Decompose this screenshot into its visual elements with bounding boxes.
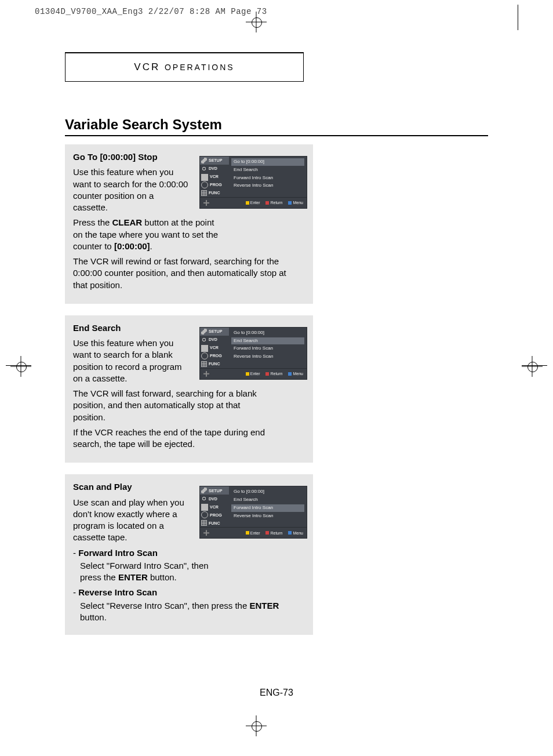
square-icon <box>265 372 269 376</box>
osd-side-dvd: DVD <box>200 336 229 344</box>
osd-main: Go to [0:00:00] End Search Forward Intro… <box>229 157 307 197</box>
square-icon <box>246 372 249 376</box>
osd-row: Go to [0:00:00] <box>231 158 304 166</box>
bullet-reverse: - Reverse Intro Scan <box>73 587 305 598</box>
osd-screenshot: SETUP DVD VCR PROG FUNC Go to [0:00:00] … <box>199 486 307 539</box>
counter-value: [0:00:00] <box>114 241 150 251</box>
osd-row: End Search <box>231 496 304 504</box>
dpad-icon <box>203 371 209 377</box>
osd-return: Return <box>265 530 282 536</box>
osd-side-setup: SETUP <box>200 157 229 165</box>
label: SETUP <box>209 329 222 334</box>
label: PROG <box>210 182 222 187</box>
osd-main: Go to [0:00:00] End Search Forward Intro… <box>229 328 307 368</box>
text: button. <box>80 612 107 622</box>
osd-sidebar: SETUP DVD VCR PROG FUNC <box>200 486 229 527</box>
osd-screenshot: SETUP DVD VCR PROG FUNC Go to [0:00:00] … <box>199 156 307 209</box>
paragraph: Use scan and play when you don't know ex… <box>73 497 189 544</box>
text: Press the <box>73 217 112 227</box>
osd-return: Return <box>265 371 282 376</box>
registration-mark-icon <box>249 15 263 29</box>
osd-side-func: FUNC <box>200 519 229 527</box>
osd-side-vcr: VCR <box>200 173 229 181</box>
osd-side-setup: SETUP <box>200 328 229 336</box>
paragraph: Use this feature when you want to search… <box>73 166 189 213</box>
section-goto-stop: Go To [0:00:00] Stop Use this feature wh… <box>65 144 313 304</box>
print-header: 01304D_V9700_XAA_Eng3 2/22/07 8:28 AM Pa… <box>35 7 267 16</box>
paragraph: If the VCR reaches the end of the tape d… <box>73 427 293 450</box>
text: button. <box>148 572 177 582</box>
label: Return <box>270 371 282 376</box>
osd-enter: Enter <box>246 530 260 536</box>
osd-row: End Search <box>231 166 304 174</box>
label: Return <box>270 200 282 205</box>
label: PROG <box>210 513 222 518</box>
label: Enter <box>250 371 260 376</box>
registration-mark-icon <box>14 359 28 373</box>
square-icon <box>265 201 269 205</box>
title-underline <box>65 135 488 136</box>
osd-row: Forward Intro Scan <box>231 175 304 182</box>
osd-sidebar: SETUP DVD VCR PROG FUNC <box>200 157 229 197</box>
enter-button-label: ENTER <box>118 572 148 582</box>
osd-side-prog: PROG <box>200 511 229 519</box>
osd-side-func: FUNC <box>200 360 229 368</box>
page-number: ENG-73 <box>0 688 553 698</box>
osd-footer: Enter Return Menu <box>200 197 307 208</box>
disc-icon <box>201 337 207 343</box>
label: VCR <box>210 345 219 350</box>
clock-icon <box>201 181 208 188</box>
square-icon <box>246 201 249 205</box>
paragraph: Press the CLEAR button at the point on t… <box>73 217 224 252</box>
label: Menu <box>293 371 303 376</box>
registration-mark-icon <box>249 719 263 733</box>
registration-mark-icon <box>525 359 539 373</box>
osd-row: Reverse Intro Scan <box>231 513 304 520</box>
dpad-icon <box>203 530 209 536</box>
osd-row: Reverse Intro Scan <box>231 182 304 190</box>
grid-icon <box>201 520 207 526</box>
osd-footer: Enter Return Menu <box>200 527 307 538</box>
osd-row: Forward Intro Scan <box>231 345 304 352</box>
dpad-icon <box>203 200 209 206</box>
osd-row: Forward Intro Scan <box>231 504 304 512</box>
label: SETUP <box>209 488 222 493</box>
osd-side-func: FUNC <box>200 189 229 197</box>
label: SETUP <box>209 158 222 163</box>
paragraph: Use this feature when you want to search… <box>73 337 189 384</box>
osd-side-dvd: DVD <box>200 495 229 503</box>
osd-enter: Enter <box>246 200 260 205</box>
label: Menu <box>293 530 303 536</box>
label: VCR <box>210 504 219 510</box>
osd-side-dvd: DVD <box>200 165 229 173</box>
label: FUNC <box>209 521 220 526</box>
label: FUNC <box>209 190 220 195</box>
clear-button-label: CLEAR <box>112 217 143 227</box>
bullet-label: Reverse Intro Scan <box>78 587 157 597</box>
osd-return: Return <box>265 200 282 205</box>
osd-row: Go to [0:00:00] <box>231 329 304 337</box>
osd-side-prog: PROG <box>200 352 229 360</box>
osd-main: Go to [0:00:00] End Search Forward Intro… <box>229 486 307 527</box>
osd-menu: Menu <box>288 371 303 376</box>
osd-footer: Enter Return Menu <box>200 368 307 379</box>
tape-icon <box>201 174 208 181</box>
osd-row: Reverse Intro Scan <box>231 353 304 361</box>
disc-icon <box>201 496 207 501</box>
osd-enter: Enter <box>246 371 260 376</box>
square-icon <box>288 531 292 535</box>
label: Return <box>270 530 282 536</box>
paragraph: The VCR will fast forward, searching for… <box>73 388 259 423</box>
text: Select "Reverse Intro Scan", then press … <box>80 601 249 610</box>
enter-button-label: ENTER <box>249 601 279 610</box>
tape-icon <box>201 345 208 352</box>
chapter-rest: OPERATIONS <box>165 63 235 72</box>
bullet-text: Select "Reverse Intro Scan", then press … <box>80 600 305 624</box>
label: DVD <box>209 166 217 171</box>
osd-side-prog: PROG <box>200 181 229 189</box>
clock-icon <box>201 352 208 359</box>
bullet-forward: - Forward Intro Scan <box>73 547 305 559</box>
disc-icon <box>201 166 207 172</box>
bullet-label: Forward Intro Scan <box>78 548 158 558</box>
osd-side-vcr: VCR <box>200 503 229 511</box>
